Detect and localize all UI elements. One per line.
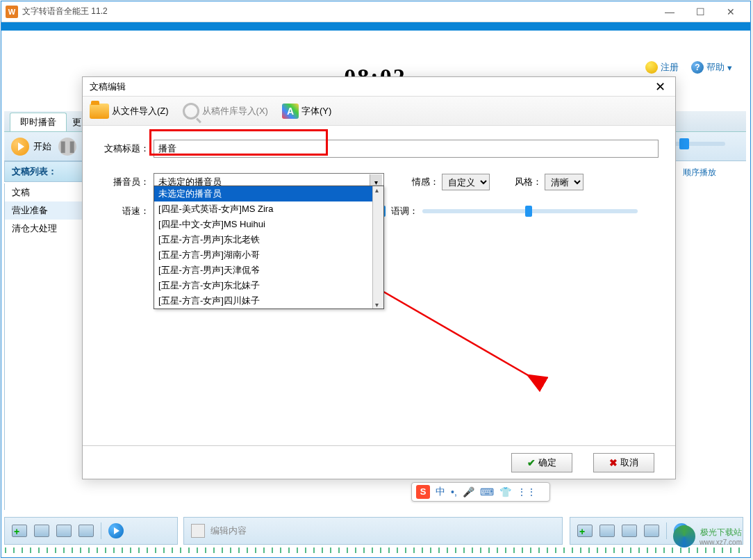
announcer-dropdown[interactable]: 未选定的播音员 [四星-美式英语-女声]MS Zira [四星-中文-女声]MS… [154,186,384,309]
window-titlebar: W 文字转语音全能王 11.2 — ☐ ✕ [1,1,750,22]
search-icon [183,103,199,120]
maximize-button[interactable]: ☐ [685,1,715,22]
font-button[interactable]: A 字体(Y) [282,104,331,119]
bottom-toolbar-mid: 编辑内容 [183,517,563,545]
toolbar-icon[interactable] [622,525,637,537]
title-input[interactable] [154,140,659,158]
add-icon[interactable] [577,525,593,537]
announcer-label: 播音员： [99,176,149,188]
grid-icon[interactable]: ⋮⋮ [517,486,536,497]
style-select[interactable]: 清晰 [545,174,584,190]
close-button[interactable]: ✕ [715,1,746,22]
edit-content-placeholder[interactable]: 编辑内容 [210,525,247,537]
speed-label: 语速： [99,205,149,217]
ime-punct-icon[interactable]: •, [451,486,457,497]
register-link[interactable]: 注册 [645,61,679,74]
start-label: 开始 [33,140,51,153]
emotion-select[interactable]: 自定义 [442,174,490,190]
ime-toolbar[interactable]: S 中 •, 🎤 ⌨ 👕 ⋮⋮ [411,482,550,502]
watermark-logo-icon [673,525,695,547]
app-icon: W [6,6,18,18]
keyboard-icon[interactable]: ⌨ [480,486,494,497]
bottom-ruler [5,547,745,553]
minimize-button[interactable]: — [654,1,685,22]
dropdown-option[interactable]: [五星-方言-男声]东北老铁 [154,232,383,247]
dropdown-option[interactable]: [五星-方言-女声]东北妹子 [154,278,383,293]
pause-button[interactable]: ❚❚ [58,138,76,156]
add-icon[interactable] [12,525,27,537]
dialog-title: 文稿编辑 [90,81,652,93]
tone-slider[interactable] [422,209,638,213]
cancel-button[interactable]: ✖取消 [593,453,654,472]
toolbar-icon[interactable] [599,525,615,537]
import-from-library-button[interactable]: 从稿件库导入(X) [183,103,268,120]
dropdown-scrollbar[interactable] [372,186,383,308]
list-item[interactable]: 清仓大处理 [5,220,94,238]
title-label: 文稿标题： [99,142,149,155]
dialog-footer: ✔确定 ✖取消 [83,445,675,479]
chevron-down-icon: ▾ [727,63,732,73]
dropdown-option[interactable]: [四星-中文-女声]MS Huihui [154,217,383,232]
watermark: 极光下载站 www.xz7.com [673,525,742,547]
toolbar-icon[interactable] [644,525,659,537]
ok-button[interactable]: ✔确定 [511,453,572,472]
sogou-icon: S [416,485,430,499]
ime-lang[interactable]: 中 [436,486,445,498]
dropdown-option[interactable]: [五星-方言-女声]四川妹子 [154,293,383,308]
tone-label: 语调： [391,205,418,217]
style-label: 风格： [515,176,542,188]
help-icon: ? [691,61,704,74]
check-icon: ✔ [527,457,536,468]
list-item[interactable]: 营业准备 [5,201,94,220]
smiley-icon [645,61,658,74]
play-button[interactable] [11,138,29,156]
tab-instant-play[interactable]: 即时播音 [10,113,67,131]
skin-icon[interactable]: 👕 [499,486,511,497]
dropdown-option[interactable]: [五星-方言-男声]天津侃爷 [154,263,383,278]
accent-bar [1,22,750,31]
toolbar-icon[interactable] [34,525,49,537]
bottom-toolbar-left [4,517,178,545]
folder-icon [90,104,109,119]
document-icon [191,524,205,538]
sidebar-list: 文稿 营业准备 清仓大处理 [4,183,94,510]
import-from-file-button[interactable]: 从文件导入(Z) [90,104,169,119]
toolbar-icon[interactable] [78,525,94,537]
dialog-titlebar: 文稿编辑 ✕ [83,77,675,97]
dropdown-option[interactable]: [四星-美式英语-女声]MS Zira [154,201,383,217]
close-icon[interactable]: ✕ [652,79,668,94]
emotion-label: 情感： [412,176,439,188]
dialog-toolbar: 从文件导入(Z) 从稿件库导入(X) A 字体(Y) [83,97,675,126]
microphone-icon[interactable]: 🎤 [463,486,474,497]
play-icon[interactable] [108,523,124,538]
sidebar-heading: 文稿列表： [4,161,94,182]
document-edit-dialog: 文稿编辑 ✕ 从文件导入(Z) 从稿件库导入(X) A 字体(Y) 文稿标题： … [82,76,676,479]
dropdown-option[interactable]: 未选定的播音员 [154,186,383,201]
window-title: 文字转语音全能王 11.2 [22,6,654,17]
x-icon: ✖ [609,457,618,468]
list-item[interactable]: 文稿 [5,183,94,201]
toolbar-icon[interactable] [56,525,72,537]
help-link[interactable]: ? 帮助 ▾ [691,61,732,74]
font-icon: A [282,104,299,119]
dropdown-option[interactable]: [五星-方言-男声]湖南小哥 [154,247,383,263]
